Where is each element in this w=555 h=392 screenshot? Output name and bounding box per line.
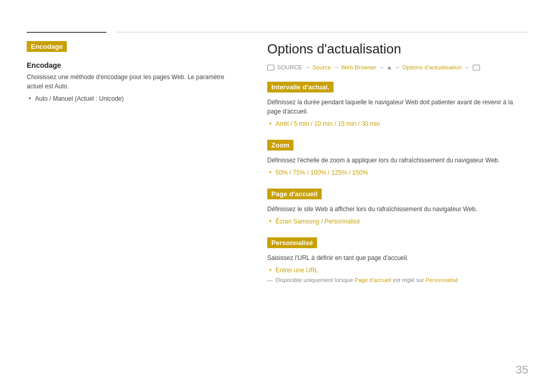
return-icon (473, 65, 480, 70)
breadcrumb-source-label: SOURCE (277, 64, 302, 70)
section-zoom: Zoom Définissez l'échelle de zoom à appl… (267, 140, 528, 177)
breadcrumb-item2: Web Browser (341, 64, 377, 70)
breadcrumb-arrow4: → (394, 64, 400, 70)
left-bullet: Auto / Manuel (Actuel : Unicode) (27, 94, 227, 103)
left-panel: Encodage Encodage Choisissez une méthode… (27, 41, 227, 103)
breadcrumb-item4: Options d'actualisation (402, 64, 461, 70)
breadcrumb-arrow3: → (378, 64, 384, 70)
section-personnalise-bullet: Entrer une URL (267, 266, 528, 275)
section-page-accueil-badge: Page d'accueil (267, 189, 322, 199)
top-line-left (27, 32, 106, 33)
left-section-desc: Choisissez une méthode d'encodage pour l… (27, 72, 227, 91)
page-title: Options d'actualisation (267, 41, 528, 57)
note-link1: Page d'accueil (355, 277, 391, 283)
section-intervalle-bullet: Arrêt / 5 min / 10 min / 15 min / 30 min (267, 119, 528, 128)
left-section-title: Encodage (27, 61, 227, 69)
breadcrumb-arrow1: → (304, 64, 310, 70)
section-zoom-bullet: 50% / 75% / 100% / 125% / 150% (267, 168, 528, 177)
breadcrumb-arrow5: → (464, 64, 470, 70)
breadcrumb-item3: ▲ (386, 64, 392, 70)
section-zoom-badge: Zoom (267, 140, 293, 151)
breadcrumb-arrow2: → (333, 64, 339, 70)
section-page-accueil-desc: Définissez le site Web à afficher lors d… (267, 204, 528, 214)
note-link2: Personnalisé (425, 277, 458, 283)
section-page-accueil-bullet: Écran Samsung / Personnalisé (267, 217, 528, 226)
right-panel: Options d'actualisation SOURCE → Source … (267, 41, 528, 294)
section-intervalle: Intervalle d'actual. Définissez la durée… (267, 82, 528, 128)
section-personnalise-badge: Personnalisé (267, 237, 317, 248)
note-text: Disponible uniquement lorsque (275, 277, 353, 283)
page-number: 35 (516, 363, 528, 377)
section-page-accueil: Page d'accueil Définissez le site Web à … (267, 189, 528, 226)
section-personnalise: Personnalisé Saisissez l'URL à définir e… (267, 237, 528, 283)
breadcrumb: SOURCE → Source → Web Browser → ▲ → Opti… (267, 64, 528, 70)
monitor-icon (267, 65, 274, 70)
left-badge: Encodage (27, 41, 67, 52)
section-intervalle-desc: Définissez la durée pendant laquelle le … (267, 98, 528, 116)
section-personnalise-desc: Saisissez l'URL à définir en tant que pa… (267, 253, 528, 263)
note-mid: est réglé sur (393, 277, 424, 283)
breadcrumb-item1: Source (312, 64, 331, 70)
section-personnalise-note: Disponible uniquement lorsque Page d'acc… (267, 277, 528, 283)
top-line-right (116, 32, 528, 32)
section-intervalle-badge: Intervalle d'actual. (267, 82, 334, 92)
section-zoom-desc: Définissez l'échelle de zoom à appliquer… (267, 156, 528, 165)
